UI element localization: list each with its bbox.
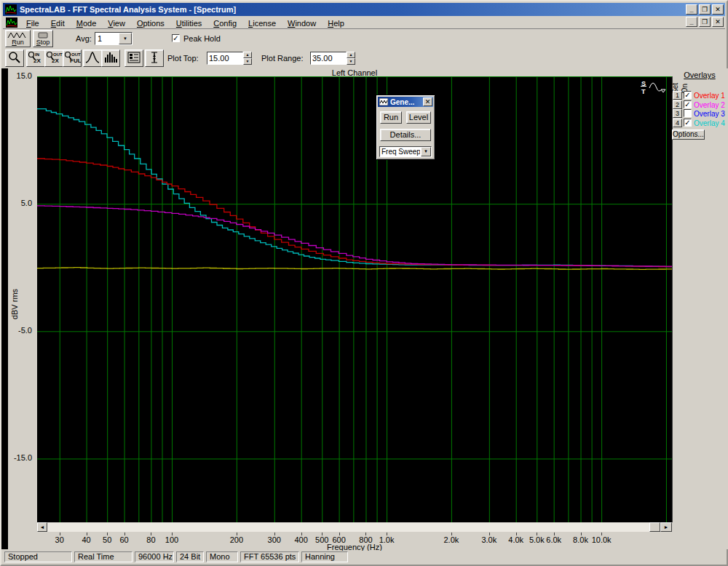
zoom-out-2x-icon: OUT2X xyxy=(45,50,63,65)
svg-text:OUT: OUT xyxy=(71,52,81,57)
svg-text:OUT: OUT xyxy=(53,52,63,57)
menu-edit[interactable]: Edit xyxy=(45,18,71,28)
menu-file[interactable]: File xyxy=(20,18,45,28)
overlay-set-button-1[interactable]: 1 xyxy=(673,91,682,100)
menu-utilities[interactable]: Utilities xyxy=(170,18,207,28)
generator-details-button[interactable]: Details... xyxy=(380,129,431,141)
menu-window[interactable]: Window xyxy=(282,18,322,28)
svg-text:FULL: FULL xyxy=(70,57,81,64)
spectrum-plot[interactable]: S T xyxy=(37,76,673,522)
generator-dialog[interactable]: Gene... ✕ Run Level Details... Freq Swee… xyxy=(376,95,435,160)
zoom-in-2x-icon: IN2X xyxy=(27,50,44,65)
y-axis-label: dBV rms xyxy=(10,281,19,327)
overlay-label-1: Overlay 1 xyxy=(694,92,725,100)
series-overlay-1-red xyxy=(37,159,672,267)
peak-hold-checkbox[interactable]: ✓ xyxy=(172,34,180,42)
generator-signal-dropdown[interactable]: Freq Sweep ▼ xyxy=(379,146,432,157)
minimize-button[interactable]: _ xyxy=(686,4,697,15)
child-close-button[interactable]: ✕ xyxy=(712,17,724,27)
overlay-set-button-2[interactable]: 2 xyxy=(673,100,682,109)
overlay-on-checkbox-1[interactable]: ✓ xyxy=(684,91,692,99)
overlay-on-checkbox-3[interactable] xyxy=(684,109,692,117)
overlay-label-4: Overlay 4 xyxy=(694,119,725,127)
spin-up-icon[interactable]: ▲ xyxy=(243,52,252,58)
marker-button[interactable] xyxy=(145,49,164,67)
bar-graph-button[interactable] xyxy=(101,49,120,67)
zoom-out-full-button[interactable]: OUTFULL xyxy=(63,49,82,67)
svg-text:2X: 2X xyxy=(33,57,41,64)
menu-options[interactable]: Options xyxy=(131,18,170,28)
overlay-label-2: Overlay 2 xyxy=(694,101,725,109)
status-96000-hz: 96000 Hz xyxy=(135,551,174,562)
svg-text:IN: IN xyxy=(35,52,39,57)
close-button[interactable]: ✕ xyxy=(712,4,724,15)
run-button[interactable]: Run xyxy=(5,30,31,47)
generator-level-button[interactable]: Level xyxy=(406,111,431,124)
marker-icon xyxy=(146,50,162,65)
magnifier-button[interactable] xyxy=(5,49,24,67)
spin-down-icon[interactable]: ▼ xyxy=(243,58,252,65)
status-real-time: Real Time xyxy=(74,551,132,562)
avg-dropdown[interactable]: 1 ▼ xyxy=(95,32,132,45)
zoom-out-2x-button[interactable]: OUT2X xyxy=(44,49,63,67)
scroll-right-icon[interactable]: ► xyxy=(660,522,672,532)
stop-button[interactable]: Stop xyxy=(33,30,53,47)
window-title: SpectraLAB - FFT Spectral Analysis Syste… xyxy=(20,5,236,14)
spin-down-icon[interactable]: ▼ xyxy=(347,58,355,65)
scroll-left-icon[interactable]: ◄ xyxy=(37,522,47,532)
y-tick--5.0: -5.0 xyxy=(3,326,32,335)
series-live-spectrum-yellow xyxy=(37,268,672,270)
overlay-set-button-3[interactable]: 3 xyxy=(673,109,682,118)
overlay-on-checkbox-4[interactable]: ✓ xyxy=(684,119,692,127)
plot-horizontal-scrollbar[interactable]: ◄ ► xyxy=(37,522,672,532)
svg-text:2X: 2X xyxy=(52,57,59,64)
overlay-set-button-4[interactable]: 4 xyxy=(673,119,682,127)
zoom-toolbar: IN2XOUT2XOUTFULL Plot Top: ▲▼ Plot Range… xyxy=(3,49,725,69)
spectrum-document-icon[interactable] xyxy=(6,17,17,28)
display-list-button[interactable] xyxy=(124,49,143,67)
menu-help[interactable]: Help xyxy=(322,18,350,28)
peak-curve-button[interactable] xyxy=(83,49,102,67)
restore-button[interactable]: ❐ xyxy=(699,4,711,15)
generator-title-bar[interactable]: Gene... ✕ xyxy=(378,97,433,107)
status-fft-65536-pts: FFT 65536 pts xyxy=(240,551,299,562)
plot-top-label: Plot Top: xyxy=(167,54,199,63)
overlay-options-button[interactable]: Options... xyxy=(672,129,705,140)
child-restore-button[interactable]: ❐ xyxy=(699,17,711,27)
chevron-down-icon[interactable]: ▼ xyxy=(119,33,132,44)
scrollbar-thumb[interactable] xyxy=(649,522,660,532)
display-list-icon xyxy=(126,50,142,65)
status-stopped: Stopped xyxy=(4,551,72,562)
plot-top-spinner[interactable]: ▲▼ xyxy=(243,52,252,65)
status-mono: Mono xyxy=(206,551,238,562)
zoom-out-full-icon: OUTFULL xyxy=(63,50,81,65)
run-button-label: Run xyxy=(6,39,30,46)
overlay-on-checkbox-2[interactable]: ✓ xyxy=(684,100,692,108)
avg-value: 1 xyxy=(98,34,102,43)
title-bar[interactable]: SpectraLAB - FFT Spectral Analysis Syste… xyxy=(3,3,725,16)
status-hanning: Hanning xyxy=(301,551,348,562)
generator-close-icon[interactable]: ✕ xyxy=(423,97,432,106)
series-overlay-2-magenta xyxy=(37,206,672,267)
series-overlay-4-cyan xyxy=(37,109,672,267)
overlays-panel: Overlays Set On 1✓Overlay 12✓Overlay 23O… xyxy=(671,68,728,214)
spin-up-icon[interactable]: ▲ xyxy=(347,52,355,58)
plot-range-spinner[interactable]: ▲▼ xyxy=(347,52,355,65)
generator-run-button[interactable]: Run xyxy=(380,111,402,124)
magnifier-icon xyxy=(7,50,23,65)
child-minimize-button[interactable]: _ xyxy=(686,17,697,27)
plot-range-input[interactable] xyxy=(310,52,347,65)
app-icon xyxy=(5,4,17,15)
spectrum-view: Left Channel 15.05.0-5.0-15.0 dBV rms S … xyxy=(3,68,728,549)
app-window: SpectraLAB - FFT Spectral Analysis Syste… xyxy=(0,0,728,566)
menu-license[interactable]: License xyxy=(242,18,282,28)
menu-bar: FileEditModeViewOptionsUtilitiesConfigLi… xyxy=(3,16,725,29)
zoom-in-2x-button[interactable]: IN2X xyxy=(26,49,45,67)
menu-view[interactable]: View xyxy=(102,18,131,28)
menu-config[interactable]: Config xyxy=(207,18,242,28)
plot-range-label: Plot Range: xyxy=(261,54,303,63)
generator-title: Gene... xyxy=(390,98,414,106)
chevron-down-icon[interactable]: ▼ xyxy=(421,147,431,156)
menu-mode[interactable]: Mode xyxy=(71,18,103,28)
plot-top-input[interactable] xyxy=(207,52,243,65)
